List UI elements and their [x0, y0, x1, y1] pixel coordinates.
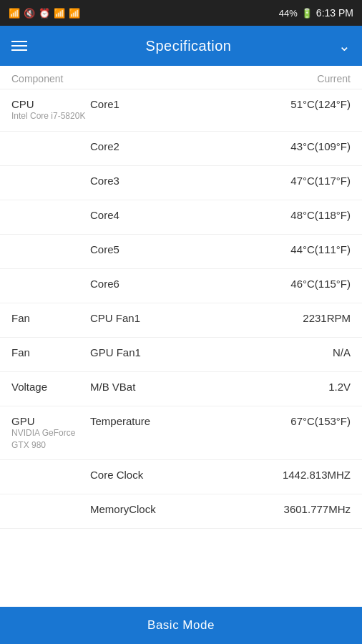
app-header: Specification ⌄: [0, 26, 362, 66]
spec-metric: MemoryClock: [90, 503, 258, 515]
header-title: Specification: [39, 38, 338, 54]
spec-content: Component Current CPUIntel Core i7-5820K…: [0, 66, 362, 607]
table-row: Core347°C(117°F): [0, 166, 362, 200]
spec-metric: Core4: [90, 209, 258, 221]
spec-metric: CPU Fan1: [90, 312, 258, 324]
table-row: FanGPU Fan1N/A: [0, 338, 362, 372]
hamburger-menu[interactable]: [11, 41, 27, 51]
bluetooth-icon: 📶: [9, 8, 20, 19]
spec-component-cell: Voltage: [11, 381, 90, 393]
spec-value: 47°C(117°F): [258, 175, 351, 187]
table-row: VoltageM/B VBat1.2V: [0, 372, 362, 406]
component-label: Voltage: [11, 381, 90, 393]
spec-metric: GPU Fan1: [90, 346, 258, 358]
status-bar: 📶 🔇 ⏰ 📶 📶 44% 🔋 6:13 PM: [0, 0, 362, 26]
component-label: CPU: [11, 98, 90, 110]
table-row: Core448°C(118°F): [0, 200, 362, 235]
alarm-icon: ⏰: [39, 8, 50, 19]
col-header-component: Component: [11, 73, 90, 84]
spec-metric: Core5: [90, 243, 258, 255]
table-row: CPUIntel Core i7-5820KCore151°C(124°F): [0, 89, 362, 132]
spec-value: 48°C(118°F): [258, 209, 351, 221]
component-label: GPU: [11, 415, 90, 427]
mute-icon: 🔇: [24, 8, 35, 19]
spec-value: 3601.777MHz: [258, 503, 351, 515]
spec-metric: Core6: [90, 278, 258, 290]
table-row: Core646°C(115°F): [0, 269, 362, 303]
component-label: Fan: [11, 346, 90, 358]
spec-metric: M/B VBat: [90, 381, 258, 393]
spec-metric: Temperature: [90, 415, 258, 427]
component-sub-label: NVIDIA GeForce GTX 980: [11, 427, 90, 452]
status-right: 44% 🔋 6:13 PM: [279, 7, 353, 19]
column-headers: Component Current: [0, 66, 362, 89]
spec-component-cell: Fan: [11, 312, 90, 324]
spec-value: 44°C(111°F): [258, 243, 351, 255]
table-row: Core Clock1442.813MHZ: [0, 460, 362, 494]
spec-metric: Core2: [90, 140, 258, 152]
table-row: GPUNVIDIA GeForce GTX 980Temperature67°C…: [0, 406, 362, 461]
dropdown-arrow-icon[interactable]: ⌄: [338, 37, 351, 54]
spec-value: N/A: [258, 346, 351, 358]
spec-metric: Core Clock: [90, 469, 258, 481]
spec-component-cell: CPUIntel Core i7-5820K: [11, 98, 90, 122]
spec-value: 2231RPM: [258, 312, 351, 324]
battery-percent: 44%: [279, 8, 298, 19]
component-label: Fan: [11, 312, 90, 324]
basic-mode-button[interactable]: Basic Mode: [147, 618, 215, 633]
component-sub-label: Intel Core i7-5820K: [11, 110, 90, 122]
status-icons: 📶 🔇 ⏰ 📶 📶: [9, 8, 80, 19]
spec-value: 1.2V: [258, 381, 351, 393]
spec-component-cell: Fan: [11, 346, 90, 358]
battery-icon: 🔋: [301, 8, 313, 19]
spec-value: 43°C(109°F): [258, 140, 351, 152]
wifi-icon: 📶: [54, 8, 65, 19]
table-row: Core544°C(111°F): [0, 235, 362, 269]
status-time: 6:13 PM: [316, 7, 353, 19]
spec-rows: CPUIntel Core i7-5820KCore151°C(124°F)Co…: [0, 89, 362, 529]
spec-value: 51°C(124°F): [258, 98, 351, 110]
table-row: MemoryClock3601.777MHz: [0, 494, 362, 529]
spec-value: 46°C(115°F): [258, 278, 351, 290]
spec-value: 1442.813MHZ: [258, 469, 351, 481]
signal-icon: 📶: [69, 8, 80, 19]
col-header-current: Current: [90, 73, 351, 84]
spec-metric: Core1: [90, 98, 258, 110]
bottom-bar: Basic Mode: [0, 607, 362, 644]
spec-component-cell: GPUNVIDIA GeForce GTX 980: [11, 415, 90, 452]
spec-metric: Core3: [90, 175, 258, 187]
table-row: Core243°C(109°F): [0, 132, 362, 166]
table-row: FanCPU Fan12231RPM: [0, 303, 362, 338]
spec-value: 67°C(153°F): [258, 415, 351, 427]
